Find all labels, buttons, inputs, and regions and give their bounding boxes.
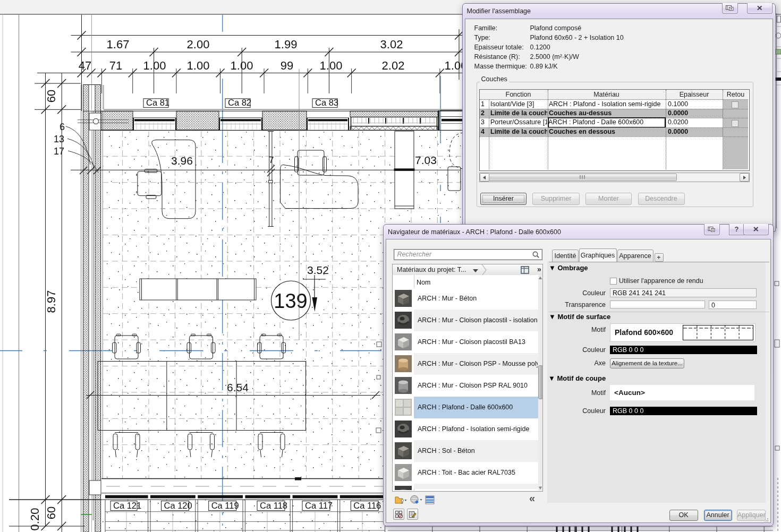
svg-text:0.20: 0.20 [28, 508, 41, 531]
svg-text:13: 13 [54, 134, 64, 144]
svg-text:60: 60 [45, 507, 58, 519]
svg-text:2.00: 2.00 [187, 38, 210, 51]
svg-text:1.00: 1.00 [143, 59, 166, 72]
svg-text:3.96: 3.96 [171, 155, 193, 167]
svg-text:71: 71 [109, 59, 122, 72]
svg-text:139: 139 [274, 290, 307, 312]
svg-text:Ca 83: Ca 83 [315, 98, 338, 107]
svg-text:8.97: 8.97 [45, 290, 58, 313]
svg-text:6: 6 [60, 122, 65, 132]
svg-text:6.54: 6.54 [227, 381, 249, 393]
svg-text:Ca 117: Ca 117 [305, 501, 333, 510]
svg-text:1.67: 1.67 [107, 38, 130, 51]
svg-text:3.52: 3.52 [307, 264, 329, 276]
svg-text:7.03: 7.03 [415, 154, 437, 166]
svg-text:1.99: 1.99 [275, 38, 298, 51]
svg-text:Ca 81: Ca 81 [146, 98, 169, 107]
svg-text:Ca 120: Ca 120 [164, 501, 192, 510]
svg-text:17: 17 [54, 146, 64, 157]
svg-text:1.00: 1.00 [320, 59, 343, 72]
svg-text:Ca 119: Ca 119 [211, 501, 239, 510]
svg-text:2.02: 2.02 [382, 59, 405, 72]
svg-text:60: 60 [45, 90, 58, 102]
svg-text:1.00: 1.00 [231, 59, 253, 72]
svg-text:Ca 116: Ca 116 [353, 501, 381, 510]
svg-text:Ca 121: Ca 121 [113, 501, 141, 510]
svg-text:7: 7 [269, 155, 274, 165]
svg-text:Ca 82: Ca 82 [228, 98, 251, 107]
svg-text:47: 47 [79, 59, 91, 72]
svg-text:1.00: 1.00 [187, 59, 210, 72]
svg-text:99: 99 [281, 59, 293, 72]
svg-text:Ca 118: Ca 118 [260, 501, 287, 510]
svg-text:3.02: 3.02 [380, 38, 403, 51]
